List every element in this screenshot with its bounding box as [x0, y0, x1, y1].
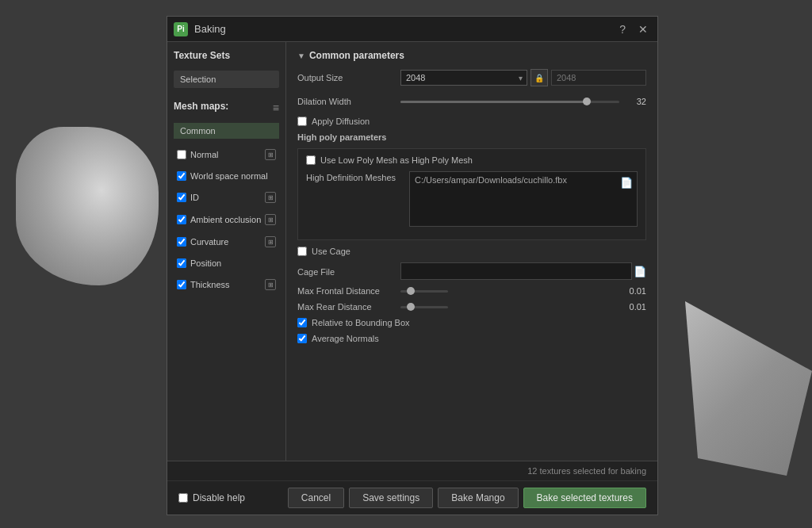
- dilation-slider-container: [400, 101, 619, 103]
- map-ao-icon: ⊞: [265, 214, 276, 225]
- map-item-curvature[interactable]: Curvature ⊞: [174, 234, 279, 250]
- apply-diffusion-row: Apply Diffusion: [297, 117, 646, 126]
- title-bar: Pi Baking ? ✕: [167, 17, 657, 42]
- map-position-checkbox[interactable]: [177, 258, 186, 268]
- map-normal-icon: ⊞: [265, 149, 276, 160]
- max-rear-label: Max Rear Distance: [297, 302, 400, 312]
- map-curvature-checkbox[interactable]: [177, 237, 186, 247]
- dialog-title: Baking: [194, 23, 616, 35]
- mesh-maps-settings-icon[interactable]: ≡: [273, 101, 279, 114]
- map-world-normal-checkbox[interactable]: [177, 171, 186, 181]
- map-curvature-icon: ⊞: [265, 236, 276, 247]
- footer-buttons: Disable help Cancel Save settings Bake M…: [167, 481, 657, 515]
- relative-bounding-row: Relative to Bounding Box: [297, 318, 646, 327]
- high-def-browse-btn[interactable]: 📄: [619, 175, 634, 189]
- map-normal-label: Normal: [190, 150, 265, 159]
- apply-diffusion-label: Apply Diffusion: [312, 117, 370, 126]
- disable-help-checkbox[interactable]: [178, 493, 188, 503]
- map-id-checkbox[interactable]: [177, 193, 186, 202]
- baking-dialog: Pi Baking ? ✕ Texture Sets Selection Mes…: [167, 16, 658, 515]
- footer-left: Disable help: [178, 492, 245, 503]
- 3d-model-right: [685, 301, 812, 476]
- map-item-id[interactable]: ID ⊞: [174, 189, 279, 205]
- map-item-thickness[interactable]: Thickness ⊞: [174, 277, 279, 293]
- right-panel: ▼ Common parameters Output Size 2048 128…: [286, 42, 657, 461]
- footer-status: 12 textures selected for baking: [167, 461, 657, 481]
- dilation-slider-track[interactable]: [400, 101, 619, 103]
- bake-mango-button[interactable]: Bake Mango: [438, 488, 518, 508]
- relative-bounding-checkbox[interactable]: [297, 318, 307, 327]
- apply-diffusion-checkbox[interactable]: [297, 117, 307, 126]
- close-button[interactable]: ✕: [635, 21, 651, 37]
- map-thickness-label: Thickness: [190, 280, 265, 289]
- high-poly-title: High poly parameters: [297, 132, 646, 142]
- map-id-icon: ⊞: [265, 192, 276, 203]
- map-world-normal-label: World space normal: [190, 171, 276, 181]
- relative-bounding-label: Relative to Bounding Box: [312, 318, 410, 327]
- map-item-position[interactable]: Position: [174, 256, 279, 270]
- map-item-ao[interactable]: Ambient occlusion ⊞: [174, 212, 279, 228]
- average-normals-label: Average Normals: [312, 334, 379, 343]
- common-item[interactable]: Common: [174, 123, 279, 139]
- cage-browse-btn[interactable]: 📄: [634, 266, 646, 277]
- mesh-maps-header: Mesh maps: ≡: [174, 101, 279, 115]
- cage-file-label: Cage File: [297, 266, 400, 277]
- use-low-poly-checkbox[interactable]: [306, 155, 316, 165]
- high-def-file-area[interactable]: C:/Users/ampar/Downloads/cuchillo.fbx 📄: [409, 171, 638, 227]
- rear-slider-thumb[interactable]: [407, 303, 415, 311]
- cancel-button[interactable]: Cancel: [288, 488, 344, 508]
- high-def-row: High Definition Meshes C:/Users/ampar/Do…: [306, 171, 638, 227]
- map-item-world-normal[interactable]: World space normal: [174, 169, 279, 183]
- output-size-row: Output Size 2048 128 256 512 1024 4096 🔒: [297, 69, 646, 86]
- title-bar-controls: ? ✕: [616, 21, 651, 37]
- 3d-model-left: [16, 127, 159, 285]
- high-def-label: High Definition Meshes: [306, 171, 409, 182]
- use-low-poly-row: Use Low Poly Mesh as High Poly Mesh: [306, 155, 638, 165]
- cage-file-control: 📄: [400, 262, 646, 280]
- dilation-slider-fill: [400, 101, 587, 103]
- frontal-slider-thumb[interactable]: [407, 287, 415, 295]
- max-rear-value: 0.01: [630, 302, 646, 312]
- frontal-slider-track[interactable]: [400, 290, 448, 293]
- use-cage-label: Use Cage: [312, 247, 350, 256]
- common-params-header: ▼ Common parameters: [297, 50, 646, 61]
- output-size-select-wrapper: 2048 128 256 512 1024 4096: [400, 70, 527, 86]
- dilation-width-label: Dilation Width: [297, 97, 400, 106]
- dialog-footer: 12 textures selected for baking Disable …: [167, 461, 657, 515]
- map-normal-checkbox[interactable]: [177, 150, 186, 159]
- output-size-select[interactable]: 2048 128 256 512 1024 4096: [400, 70, 527, 86]
- max-frontal-slider: [400, 290, 630, 293]
- max-frontal-row: Max Frontal Distance 0.01: [297, 286, 646, 296]
- texture-sets-title: Texture Sets: [174, 50, 279, 61]
- output-size-locked: 2048: [551, 70, 646, 86]
- map-id-label: ID: [190, 193, 265, 202]
- dilation-value: 32: [622, 97, 646, 106]
- rear-slider-track[interactable]: [400, 306, 448, 308]
- help-button[interactable]: ?: [616, 21, 629, 37]
- texture-set-selection[interactable]: Selection: [174, 71, 279, 88]
- section-arrow: ▼: [297, 52, 305, 60]
- average-normals-row: Average Normals: [297, 334, 646, 343]
- max-rear-slider: [400, 306, 630, 308]
- lock-button[interactable]: 🔒: [530, 69, 548, 86]
- dilation-slider-thumb[interactable]: [583, 98, 591, 105]
- max-frontal-value: 0.01: [630, 286, 646, 296]
- average-normals-checkbox[interactable]: [297, 334, 307, 343]
- bake-selected-button[interactable]: Bake selected textures: [523, 488, 646, 508]
- map-item-normal[interactable]: Normal ⊞: [174, 147, 279, 163]
- cage-file-input[interactable]: [400, 262, 632, 280]
- max-frontal-label: Max Frontal Distance: [297, 286, 400, 296]
- map-thickness-checkbox[interactable]: [177, 280, 186, 289]
- status-text: 12 textures selected for baking: [527, 466, 646, 476]
- section-title: Common parameters: [309, 50, 404, 61]
- output-size-control: 2048 128 256 512 1024 4096 🔒 2048: [400, 69, 646, 86]
- map-thickness-icon: ⊞: [265, 279, 276, 290]
- map-ao-label: Ambient occlusion: [190, 215, 265, 224]
- dialog-body: Texture Sets Selection Mesh maps: ≡ Comm…: [167, 42, 657, 461]
- use-cage-checkbox[interactable]: [297, 247, 307, 256]
- map-ao-checkbox[interactable]: [177, 215, 186, 224]
- dilation-width-row: Dilation Width 32: [297, 93, 646, 110]
- mesh-maps-title: Mesh maps:: [174, 101, 228, 112]
- cage-file-row: Cage File 📄: [297, 262, 646, 280]
- save-settings-button[interactable]: Save settings: [349, 488, 433, 508]
